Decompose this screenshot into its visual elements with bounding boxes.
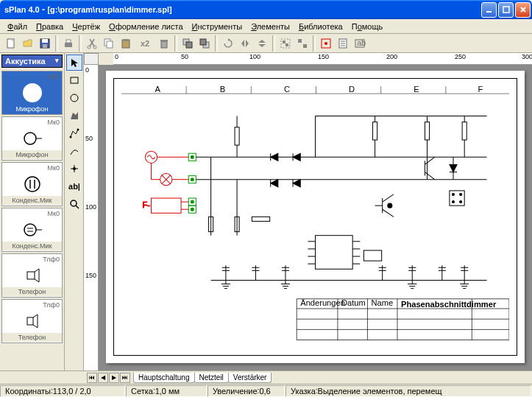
svg-line-50: [76, 205, 79, 208]
page-tabs-row: ⏮ ◀ ▶ ⏭ Hauptschaltung Netzteil Verstärk…: [0, 370, 532, 384]
category-selector[interactable]: Аккустика▾: [1, 55, 63, 68]
text-tool[interactable]: ab|: [66, 178, 82, 194]
component-capacitor-mic-2[interactable]: Мк0 Конденс.Мик: [1, 208, 63, 252]
zoom-tool[interactable]: [66, 196, 82, 212]
page-tab-verstaerker[interactable]: Verstärker: [228, 373, 272, 383]
component-capacitor-mic-1[interactable]: Мк0 Конденс.Мик: [1, 162, 63, 206]
circle-tool[interactable]: [66, 90, 82, 106]
svg-line-114: [425, 157, 434, 164]
svg-rect-69: [152, 198, 182, 213]
tab-nav-first[interactable]: ⏮: [87, 373, 97, 383]
svg-point-129: [452, 201, 454, 203]
print-button[interactable]: [60, 35, 77, 52]
svg-rect-96: [462, 122, 467, 140]
svg-rect-13: [124, 39, 128, 41]
status-hint: Указка : Выделение элементов, перемещ: [285, 385, 531, 397]
cut-button[interactable]: [84, 35, 100, 52]
drawing-canvas[interactable]: A B C D E F: [99, 65, 532, 370]
duplicate-button[interactable]: x2: [135, 35, 155, 52]
minimize-button[interactable]: [481, 2, 497, 18]
svg-point-36: [24, 224, 36, 236]
rectangle-tool[interactable]: [66, 72, 82, 88]
component-phone-2[interactable]: Тлф0 Телефон: [1, 299, 63, 343]
bring-front-button[interactable]: [180, 35, 196, 52]
mirror-h-button[interactable]: [237, 35, 253, 52]
svg-point-9: [93, 46, 96, 49]
maximize-button[interactable]: [498, 2, 514, 18]
dropdown-icon: ▾: [55, 57, 59, 64]
svg-text:F: F: [478, 86, 483, 94]
svg-rect-24: [303, 44, 307, 48]
menu-edit[interactable]: Правка: [32, 21, 68, 32]
polygon-fill-tool[interactable]: [66, 108, 82, 124]
svg-point-30: [24, 84, 41, 102]
svg-point-108: [388, 203, 392, 208]
svg-rect-40: [27, 272, 35, 279]
component-sidebar: Аккустика▾ Мк0 Микрофон Мк0 Микрофон Мк0…: [0, 53, 65, 370]
menu-elements[interactable]: Элементы: [247, 21, 294, 32]
save-file-button[interactable]: [37, 35, 53, 52]
component-list: Мк0 Микрофон Мк0 Микрофон Мк0 Конденс.Ми…: [0, 69, 64, 370]
list-button[interactable]: [335, 35, 351, 52]
component-microphone-2[interactable]: Мк0 Микрофон: [1, 116, 63, 161]
rotate-button[interactable]: [220, 35, 236, 52]
new-file-button[interactable]: [3, 35, 19, 52]
menu-library[interactable]: Библиотека: [294, 21, 347, 32]
page-tab-hauptschaltung[interactable]: Hauptschaltung: [133, 373, 195, 383]
tab-nav-prev[interactable]: ◀: [98, 373, 108, 383]
schematic-page: A B C D E F: [106, 71, 525, 363]
svg-rect-125: [363, 250, 381, 261]
send-back-button[interactable]: [196, 35, 213, 52]
svg-text:B: B: [220, 86, 225, 94]
titlebar-text: sPlan 4.0 - [g:\program\rusplan\dimmer.s…: [4, 4, 481, 15]
ungroup-button[interactable]: [294, 35, 311, 52]
menu-page-layout[interactable]: Оформление листа: [104, 21, 187, 32]
svg-rect-23: [298, 39, 302, 43]
paste-button[interactable]: [118, 35, 134, 52]
statusbar: Координаты : 113,0 / 2,0 Сетка : 1,0 мм …: [0, 384, 532, 397]
node-tool[interactable]: [66, 161, 82, 177]
svg-line-115: [425, 172, 434, 180]
tab-nav-next[interactable]: ▶: [109, 373, 119, 383]
svg-rect-0: [486, 11, 492, 13]
svg-rect-87: [235, 127, 239, 145]
svg-point-128: [460, 193, 462, 195]
group-button[interactable]: [277, 35, 294, 52]
svg-rect-17: [186, 42, 192, 48]
svg-rect-105: [252, 217, 269, 221]
snap-button[interactable]: [318, 35, 334, 52]
svg-text:C: C: [284, 86, 290, 94]
menubar: Файл Правка Чертёж Оформление листа Инст…: [0, 19, 532, 34]
text-frame-button[interactable]: ab: [352, 35, 368, 52]
mirror-v-button[interactable]: [254, 35, 270, 52]
menu-file[interactable]: Файл: [3, 21, 32, 32]
svg-text:A: A: [155, 86, 161, 94]
curve-tool[interactable]: [66, 143, 82, 159]
svg-text:ab: ab: [357, 38, 366, 47]
component-phone-1[interactable]: Тлф0 Телефон: [1, 253, 63, 298]
menu-tools[interactable]: Инструменты: [188, 21, 247, 32]
copy-button[interactable]: [101, 35, 117, 52]
menu-help[interactable]: Помощь: [347, 21, 388, 32]
delete-button[interactable]: [156, 35, 172, 52]
svg-point-33: [25, 177, 40, 192]
svg-text:Änderungen: Änderungen: [300, 298, 345, 307]
page-tab-netzteil[interactable]: Netzteil: [194, 373, 229, 383]
close-button[interactable]: [515, 2, 531, 18]
polyline-tool[interactable]: [66, 125, 82, 141]
open-file-button[interactable]: [20, 35, 36, 52]
drawing-toolbar: ab|: [65, 53, 84, 370]
menu-drawing[interactable]: Чертёж: [68, 21, 104, 32]
status-grid: Сетка : 1,0 мм: [126, 385, 207, 397]
svg-point-44: [70, 136, 72, 138]
svg-rect-21: [283, 41, 285, 43]
component-microphone-1[interactable]: Мк0 Микрофон: [1, 71, 63, 115]
svg-rect-11: [107, 41, 113, 48]
status-coordinates: Координаты : 113,0 / 2,0: [0, 385, 125, 397]
svg-rect-93: [425, 122, 429, 140]
toolbar: x2 ab: [0, 34, 532, 53]
tab-nav-last[interactable]: ⏭: [120, 373, 130, 383]
pointer-tool[interactable]: [66, 55, 82, 71]
svg-rect-22: [285, 43, 288, 46]
svg-point-49: [71, 200, 77, 206]
